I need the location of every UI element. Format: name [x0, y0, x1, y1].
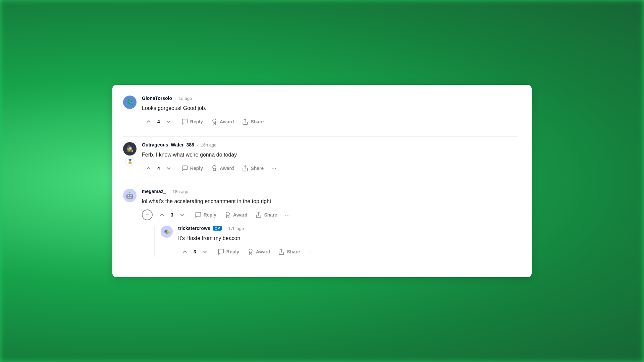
upvote-button[interactable]: [178, 246, 192, 257]
action-bar: 4 Reply Awa: [142, 116, 518, 127]
share-icon: [278, 248, 285, 255]
upvote-icon: [181, 248, 188, 255]
award-button[interactable]: Award: [208, 116, 237, 127]
comment-item: 🕵️ 🏅 Outrageous_Wafer_388 · 16h ago Ferb…: [123, 142, 518, 174]
comment-item: 🎭 trickstercrows OP · 17h ago It's Haste…: [161, 226, 518, 257]
award-button[interactable]: Award: [244, 246, 274, 257]
comment-body: megamaz_ · 18h ago lol what's the accele…: [142, 189, 518, 257]
downvote-icon: [179, 212, 185, 218]
avatar: 🦎: [123, 96, 137, 109]
comment-item: 🦎 GionaTorsolo · 1d ago Looks gorgeous! …: [123, 96, 518, 127]
award-icon: [211, 165, 218, 172]
avatar: 🤖: [123, 189, 137, 202]
vote-count: 3: [171, 212, 173, 218]
award-icon: [211, 118, 218, 125]
comment-header: GionaTorsolo · 1d ago: [142, 96, 518, 101]
reply-button[interactable]: Reply: [178, 163, 206, 174]
award-mini: 🏅: [125, 157, 135, 166]
upvote-icon: [159, 212, 165, 218]
username[interactable]: Outrageous_Wafer_388: [142, 142, 194, 147]
comment-body: Outrageous_Wafer_388 · 16h ago Ferb, I k…: [142, 142, 518, 174]
reply-icon: [195, 212, 202, 218]
nested-comment: 🎭 trickstercrows OP · 17h ago It's Haste…: [161, 226, 518, 257]
share-button[interactable]: Share: [275, 246, 303, 257]
downvote-icon: [165, 118, 172, 125]
timestamp: 16h ago: [201, 142, 217, 147]
timestamp: 17h ago: [228, 226, 244, 231]
vote-group: 3: [155, 209, 189, 220]
svg-point-2: [213, 166, 216, 169]
reply-icon: [181, 118, 188, 125]
thread-line: [154, 226, 155, 257]
collapse-button[interactable]: −: [142, 209, 153, 220]
more-options-button[interactable]: ···: [305, 246, 315, 257]
share-button[interactable]: Share: [238, 116, 267, 127]
comment-text: It's Haste from my beacon: [178, 234, 518, 242]
upvote-icon: [145, 118, 152, 125]
divider: [123, 183, 518, 183]
comment-text: Ferb, I know what we're gonna do today: [142, 151, 518, 159]
timestamp: 18h ago: [172, 189, 188, 194]
vote-count: 4: [157, 119, 160, 124]
action-bar: 4 Reply Awa: [142, 163, 518, 174]
comment-header: Outrageous_Wafer_388 · 16h ago: [142, 142, 518, 147]
username[interactable]: megamaz_: [142, 189, 166, 194]
reply-icon: [218, 248, 224, 255]
comment-header: megamaz_ · 18h ago: [142, 189, 518, 194]
reply-icon: [181, 165, 188, 172]
comment-text: Looks gorgeous! Good job.: [142, 104, 518, 112]
upvote-button[interactable]: [142, 163, 155, 174]
comment-body: trickstercrows OP · 17h ago It's Haste f…: [178, 226, 518, 257]
downvote-button[interactable]: [162, 116, 175, 127]
upvote-icon: [145, 165, 152, 172]
reply-button[interactable]: Reply: [214, 246, 243, 257]
svg-point-4: [226, 212, 229, 216]
divider: [123, 136, 518, 137]
action-bar: 3 Reply: [178, 246, 518, 257]
username[interactable]: trickstercrows: [178, 226, 210, 231]
vote-group: 3: [178, 246, 212, 257]
share-icon: [242, 118, 249, 125]
downvote-icon: [202, 248, 208, 255]
avatar: 🎭: [161, 226, 173, 238]
timestamp: 1d ago: [179, 96, 192, 101]
share-button[interactable]: Share: [252, 209, 280, 220]
award-button[interactable]: Award: [221, 209, 251, 220]
downvote-icon: [165, 165, 172, 172]
award-icon: [224, 212, 231, 218]
avatar: 🕵️: [123, 142, 137, 156]
award-button[interactable]: Award: [208, 163, 237, 174]
comment-text: lol what's the accelerating enchantment …: [142, 197, 518, 205]
share-icon: [242, 165, 249, 172]
downvote-button[interactable]: [162, 163, 175, 174]
op-badge: OP: [213, 226, 222, 231]
comments-panel: 🦎 GionaTorsolo · 1d ago Looks gorgeous! …: [112, 85, 532, 277]
downvote-button[interactable]: [175, 209, 189, 220]
vote-group: 4: [142, 163, 175, 174]
upvote-button[interactable]: [155, 209, 169, 220]
svg-point-0: [213, 119, 216, 122]
svg-point-6: [249, 249, 252, 252]
downvote-button[interactable]: [198, 246, 212, 257]
vote-count: 3: [194, 249, 196, 254]
upvote-button[interactable]: [142, 116, 155, 127]
award-icon: [247, 248, 254, 255]
username[interactable]: GionaTorsolo: [142, 96, 172, 101]
share-icon: [255, 212, 262, 218]
more-options-button[interactable]: ···: [268, 116, 279, 127]
more-options-button[interactable]: ···: [268, 163, 279, 174]
vote-count: 4: [157, 166, 160, 171]
comment-header: trickstercrows OP · 17h ago: [178, 226, 518, 231]
comment-body: GionaTorsolo · 1d ago Looks gorgeous! Go…: [142, 96, 518, 127]
comment-item: 🤖 megamaz_ · 18h ago lol what's the acce…: [123, 189, 518, 257]
vote-group: 4: [142, 116, 175, 127]
more-options-button[interactable]: ···: [282, 209, 292, 220]
share-button[interactable]: Share: [238, 163, 267, 174]
action-bar: − 3: [142, 209, 518, 220]
reply-button[interactable]: Reply: [192, 209, 220, 220]
reply-button[interactable]: Reply: [178, 116, 206, 127]
